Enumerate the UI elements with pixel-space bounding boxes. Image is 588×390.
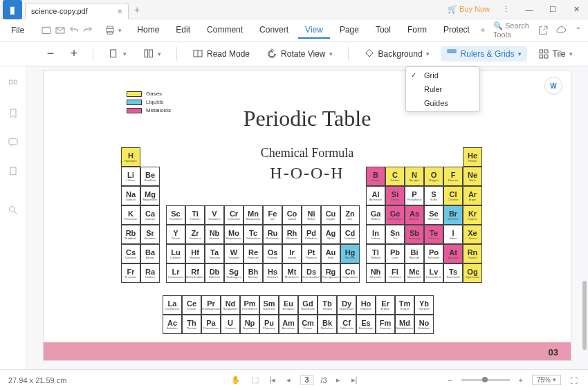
redo-icon[interactable]	[82, 23, 93, 38]
next-page-icon[interactable]: ▸	[334, 375, 342, 384]
thumbnails-icon[interactable]	[6, 77, 20, 91]
page-dimensions: 27.94 x 21.59 cm	[8, 376, 66, 384]
svg-rect-11	[544, 50, 548, 53]
current-page-input[interactable]	[300, 375, 313, 384]
search-tools[interactable]: 🔍 Search Tools	[493, 21, 531, 39]
svg-point-18	[9, 207, 15, 212]
zoom-out-status-icon[interactable]: −	[445, 376, 454, 384]
zoom-in-status-icon[interactable]: +	[517, 376, 525, 384]
tile-btn[interactable]: Tile▾	[533, 46, 578, 62]
dropdown-item-grid[interactable]: ✓Grid	[406, 68, 479, 82]
svg-rect-13	[544, 55, 548, 58]
svg-rect-0	[42, 27, 50, 33]
select-tool-icon[interactable]: ⬚	[250, 375, 261, 384]
dropdown-item-guides[interactable]: Guides	[406, 96, 479, 110]
print-dropdown-icon[interactable]: ▾	[118, 27, 122, 34]
scrollbar[interactable]	[582, 281, 587, 350]
open-icon[interactable]	[41, 23, 52, 38]
total-pages: /3	[320, 376, 327, 384]
first-page-icon[interactable]: |◂	[268, 375, 278, 384]
menu-protect[interactable]: Protect	[437, 22, 477, 39]
app-icon[interactable]: ▮	[3, 0, 22, 19]
read-mode-btn[interactable]: Read Mode	[187, 46, 255, 62]
menu-convert[interactable]: Convert	[252, 22, 295, 39]
statusbar: 27.94 x 21.59 cm ✋ ⬚ |◂ ◂ /3 ▸ ▸| − + 75…	[0, 369, 588, 390]
tab-filename: science-copy.pdf	[31, 7, 88, 15]
menubar: File ▾ HomeEditCommentConvertViewPageToo…	[0, 19, 588, 41]
dropdown-item-ruler[interactable]: Ruler	[406, 82, 479, 96]
fit-page-btn[interactable]: ▾	[103, 46, 132, 62]
pdf-page: W GasesLiquidsMetalloids Periodic Table …	[43, 71, 571, 361]
svg-rect-12	[540, 55, 543, 58]
rotate-view-btn[interactable]: Rotate View▾	[261, 46, 338, 62]
close-tab-icon[interactable]: ×	[117, 6, 122, 17]
page-layout-btn[interactable]: ▾	[138, 46, 167, 62]
search-icon[interactable]	[6, 203, 20, 217]
comments-icon[interactable]	[6, 136, 20, 149]
page-footer: 03	[44, 342, 571, 360]
ai-icon[interactable]: ✦	[479, 26, 486, 35]
fullscreen-icon[interactable]: ⛶	[568, 376, 580, 384]
zoom-out-icon[interactable]: −	[42, 45, 59, 63]
menu-page[interactable]: Page	[333, 22, 366, 39]
menu-edit[interactable]: Edit	[169, 22, 197, 39]
rulers-grids-btn[interactable]: Rulers & Grids▾	[441, 46, 527, 62]
word-export-badge[interactable]: W	[544, 77, 562, 95]
minimize-icon[interactable]: —	[522, 2, 537, 17]
cloud-icon[interactable]	[555, 23, 567, 38]
prev-page-icon[interactable]: ◂	[284, 375, 293, 384]
add-tab-icon[interactable]: +	[134, 4, 140, 15]
view-toolbar: − + ▾ ▾ Read Mode Rotate View▾ Backgroun…	[0, 41, 588, 66]
menu-comment[interactable]: Comment	[200, 22, 250, 39]
file-menu[interactable]: File	[6, 26, 30, 35]
document-canvas[interactable]: ✓GridRulerGuides W GasesLiquidsMetalloid…	[26, 66, 588, 369]
collapse-ribbon-icon[interactable]: ⌃	[573, 23, 584, 38]
close-window-icon[interactable]: ✕	[569, 2, 584, 17]
svg-rect-15	[14, 80, 17, 84]
zoom-level[interactable]: 75%▾	[532, 375, 561, 385]
background-btn[interactable]: Background▾	[358, 46, 435, 62]
titlebar: ▮ science-copy.pdf× + 🛒 Buy Now ⋮ — ☐ ✕	[0, 0, 588, 19]
zoom-in-icon[interactable]: +	[65, 45, 83, 63]
doc-subtitle: Chemical Formula	[261, 146, 353, 160]
legend: GasesLiquidsMetalloids	[127, 91, 171, 115]
svg-rect-10	[540, 50, 543, 53]
buy-now-link[interactable]: 🛒 Buy Now	[448, 5, 490, 14]
svg-rect-14	[9, 80, 12, 84]
menu-view[interactable]: View	[298, 22, 330, 39]
undo-icon[interactable]	[68, 23, 80, 38]
rulers-grids-dropdown: ✓GridRulerGuides	[405, 66, 480, 112]
share-icon[interactable]	[538, 23, 549, 38]
zoom-slider[interactable]	[461, 379, 510, 381]
mail-icon[interactable]	[55, 23, 66, 38]
maximize-icon[interactable]: ☐	[545, 2, 560, 17]
page-number: 03	[549, 347, 558, 358]
svg-rect-17	[10, 167, 16, 175]
svg-rect-7	[149, 50, 153, 57]
svg-rect-2	[107, 26, 113, 28]
svg-rect-6	[145, 50, 148, 57]
bookmark-icon[interactable]	[6, 106, 20, 120]
menu-home[interactable]: Home	[130, 22, 166, 39]
document-tab[interactable]: science-copy.pdf×	[25, 3, 129, 19]
doc-title: Periodic Table	[244, 106, 371, 131]
menu-tool[interactable]: Tool	[369, 22, 398, 39]
attachments-icon[interactable]	[6, 165, 20, 178]
svg-rect-4	[108, 31, 113, 34]
app-menu-icon[interactable]: ⋮	[498, 2, 513, 17]
last-page-icon[interactable]: ▸|	[349, 375, 360, 384]
hand-tool-icon[interactable]: ✋	[229, 375, 243, 384]
print-icon[interactable]	[104, 23, 116, 38]
left-sidebar	[0, 66, 26, 369]
svg-rect-16	[9, 139, 17, 145]
svg-rect-5	[111, 50, 116, 57]
menu-form[interactable]: Form	[401, 22, 434, 39]
doc-formula: H-O-O-H	[270, 164, 344, 183]
